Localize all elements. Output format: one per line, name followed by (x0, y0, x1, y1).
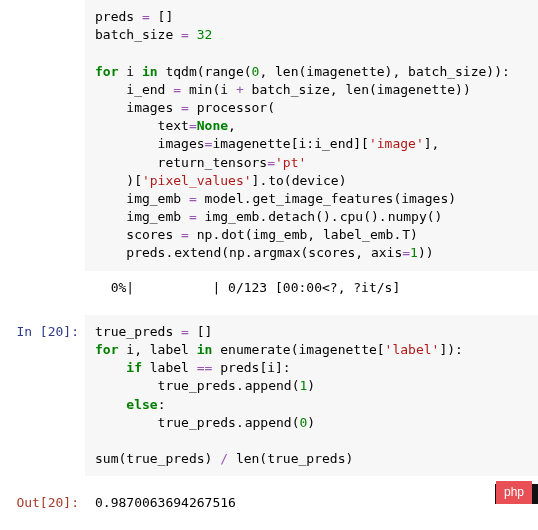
output-cell-2: Out[20]: 0.9870063694267516 (0, 486, 538, 520)
out-prompt-empty (0, 271, 85, 305)
output-cell-1: 0%| | 0/123 [00:00<?, ?it/s] (0, 271, 538, 305)
code-cell-1: preds = []batch_size = 32 for i in tqdm(… (0, 0, 538, 271)
in-prompt-empty (0, 0, 85, 271)
output-text-1: 0%| | 0/123 [00:00<?, ?it/s] (85, 271, 538, 305)
code-block-2[interactable]: true_preds = []for i, label in enumerate… (85, 315, 538, 477)
code-cell-2: In [20]: true_preds = []for i, label in … (0, 315, 538, 477)
in-prompt-20: In [20]: (0, 315, 85, 477)
php-badge: php (496, 481, 532, 504)
output-text-2: 0.9870063694267516 (85, 486, 538, 520)
out-prompt-20: Out[20]: (0, 486, 85, 520)
code-block-1[interactable]: preds = []batch_size = 32 for i in tqdm(… (85, 0, 538, 271)
